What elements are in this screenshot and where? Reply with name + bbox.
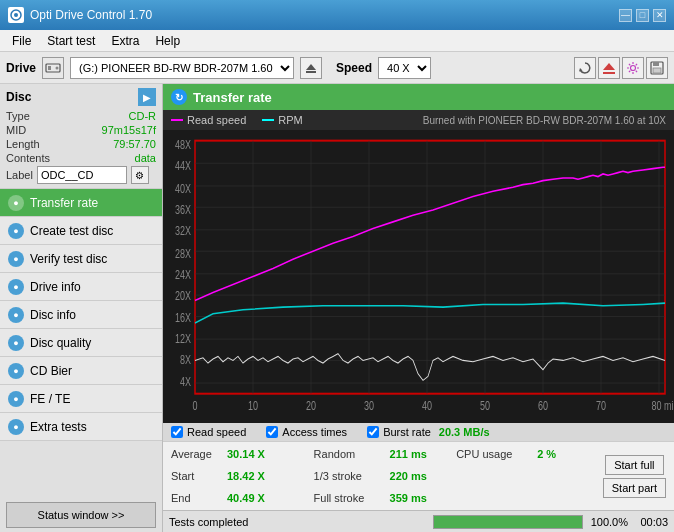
- disc-section: Disc ▶ Type CD-R MID 97m15s17f Length 79…: [0, 84, 162, 189]
- svg-text:44X: 44X: [175, 159, 191, 173]
- disc-label-edit-button[interactable]: ⚙: [131, 166, 149, 184]
- svg-rect-6: [306, 71, 316, 73]
- drive-eject-button[interactable]: [300, 57, 322, 79]
- disc-mid-value: 97m15s17f: [102, 124, 156, 136]
- drive-info-icon: ●: [8, 279, 24, 295]
- title-bar-left: Opti Drive Control 1.70: [8, 7, 152, 23]
- close-button[interactable]: ✕: [653, 9, 666, 22]
- menu-help[interactable]: Help: [147, 32, 188, 50]
- main-content: Disc ▶ Type CD-R MID 97m15s17f Length 79…: [0, 84, 674, 532]
- svg-point-1: [14, 13, 18, 17]
- nav-item-drive-info[interactable]: ● Drive info: [0, 273, 162, 301]
- nav-label-disc-quality: Disc quality: [30, 336, 91, 350]
- chart-svg: 48X 44X 40X 36X 32X 28X 24X 20X 16X 12X …: [163, 130, 674, 423]
- drive-icon: [42, 57, 64, 79]
- burst-rate-checkbox[interactable]: [367, 426, 379, 438]
- legend-rpm-label: RPM: [278, 114, 302, 126]
- menu-start-test[interactable]: Start test: [39, 32, 103, 50]
- burst-rate-checkbox-label: Burst rate: [383, 426, 431, 438]
- speed-select[interactable]: 40 X: [378, 57, 431, 79]
- burst-rate-value: 20.3 MB/s: [439, 426, 490, 438]
- settings-button[interactable]: [622, 57, 644, 79]
- drive-select[interactable]: (G:) PIONEER BD-RW BDR-207M 1.60: [70, 57, 294, 79]
- start-part-button[interactable]: Start part: [603, 478, 666, 498]
- svg-marker-5: [306, 64, 316, 70]
- menu-extra[interactable]: Extra: [103, 32, 147, 50]
- read-speed-checkbox[interactable]: [171, 426, 183, 438]
- legend-rpm: RPM: [262, 114, 302, 126]
- checkbox-access-times[interactable]: Access times: [266, 426, 347, 438]
- svg-text:80 min: 80 min: [652, 398, 674, 412]
- legend-read-speed: Read speed: [171, 114, 246, 126]
- nav-item-cd-bier[interactable]: ● CD Bier: [0, 357, 162, 385]
- svg-text:8X: 8X: [180, 353, 191, 367]
- status-bar: Tests completed 100.0% 00:03: [163, 510, 674, 532]
- nav-label-drive-info: Drive info: [30, 280, 81, 294]
- disc-type-value: CD-R: [129, 110, 157, 122]
- nav-item-verify-test-disc[interactable]: ● Verify test disc: [0, 245, 162, 273]
- svg-rect-14: [163, 130, 674, 423]
- nav-item-extra-tests[interactable]: ● Extra tests: [0, 413, 162, 441]
- chart-title: Transfer rate: [193, 90, 272, 105]
- disc-length-label: Length: [6, 138, 40, 150]
- status-window-button[interactable]: Status window >>: [6, 502, 156, 528]
- full-stroke-label: Full stroke: [314, 492, 384, 504]
- end-value: 40.49 X: [227, 492, 282, 504]
- stat-group-2: Random 211 ms 1/3 stroke 220 ms Full str…: [314, 444, 457, 508]
- stat-row-random: Random 211 ms: [314, 444, 457, 464]
- checkbox-burst-rate[interactable]: Burst rate 20.3 MB/s: [367, 426, 489, 438]
- nav-item-disc-info[interactable]: ● Disc info: [0, 301, 162, 329]
- fe-te-icon: ●: [8, 391, 24, 407]
- speed-label: Speed: [336, 61, 372, 75]
- svg-text:12X: 12X: [175, 332, 191, 346]
- svg-rect-3: [48, 66, 51, 70]
- random-value: 211 ms: [390, 448, 430, 460]
- nav-item-disc-quality[interactable]: ● Disc quality: [0, 329, 162, 357]
- svg-rect-12: [653, 62, 659, 66]
- maximize-button[interactable]: □: [636, 9, 649, 22]
- sidebar: Disc ▶ Type CD-R MID 97m15s17f Length 79…: [0, 84, 163, 532]
- disc-arrow-button[interactable]: ▶: [138, 88, 156, 106]
- svg-text:0: 0: [192, 398, 197, 412]
- svg-text:40X: 40X: [175, 181, 191, 195]
- average-label: Average: [171, 448, 221, 460]
- access-times-checkbox-label: Access times: [282, 426, 347, 438]
- progress-bar: [433, 515, 583, 529]
- svg-text:20X: 20X: [175, 289, 191, 303]
- svg-text:30: 30: [364, 398, 374, 412]
- menu-file[interactable]: File: [4, 32, 39, 50]
- svg-text:70: 70: [596, 398, 606, 412]
- minimize-button[interactable]: —: [619, 9, 632, 22]
- nav-item-fe-te[interactable]: ● FE / TE: [0, 385, 162, 413]
- title-bar-controls: — □ ✕: [619, 9, 666, 22]
- svg-marker-7: [579, 68, 583, 72]
- stroke-1-3-label: 1/3 stroke: [314, 470, 384, 482]
- svg-text:16X: 16X: [175, 310, 191, 324]
- disc-label-input[interactable]: [37, 166, 127, 184]
- refresh-button[interactable]: [574, 57, 596, 79]
- drive-label: Drive: [6, 61, 36, 75]
- nav-label-create-test-disc: Create test disc: [30, 224, 113, 238]
- svg-marker-8: [603, 63, 615, 70]
- start-full-button[interactable]: Start full: [605, 455, 663, 475]
- save-button[interactable]: [646, 57, 668, 79]
- status-time: 00:03: [628, 516, 668, 528]
- title-bar: Opti Drive Control 1.70 — □ ✕: [0, 0, 674, 30]
- nav-item-transfer-rate[interactable]: ● Transfer rate: [0, 189, 162, 217]
- toolbar-buttons: [574, 57, 668, 79]
- transfer-rate-icon: ●: [8, 195, 24, 211]
- nav-label-extra-tests: Extra tests: [30, 420, 87, 434]
- access-times-checkbox[interactable]: [266, 426, 278, 438]
- checkbox-read-speed[interactable]: Read speed: [171, 426, 246, 438]
- stat-buttons: Start full Start part: [599, 444, 666, 508]
- cd-bier-icon: ●: [8, 363, 24, 379]
- stat-row-average: Average 30.14 X: [171, 444, 314, 464]
- eject-button[interactable]: [598, 57, 620, 79]
- svg-text:24X: 24X: [175, 268, 191, 282]
- nav-item-create-test-disc[interactable]: ● Create test disc: [0, 217, 162, 245]
- stat-row-1-3-stroke: 1/3 stroke 220 ms: [314, 466, 457, 486]
- create-test-disc-icon: ●: [8, 223, 24, 239]
- chart-header: ↻ Transfer rate: [163, 84, 674, 110]
- svg-rect-13: [653, 68, 661, 73]
- chart-icon: ↻: [171, 89, 187, 105]
